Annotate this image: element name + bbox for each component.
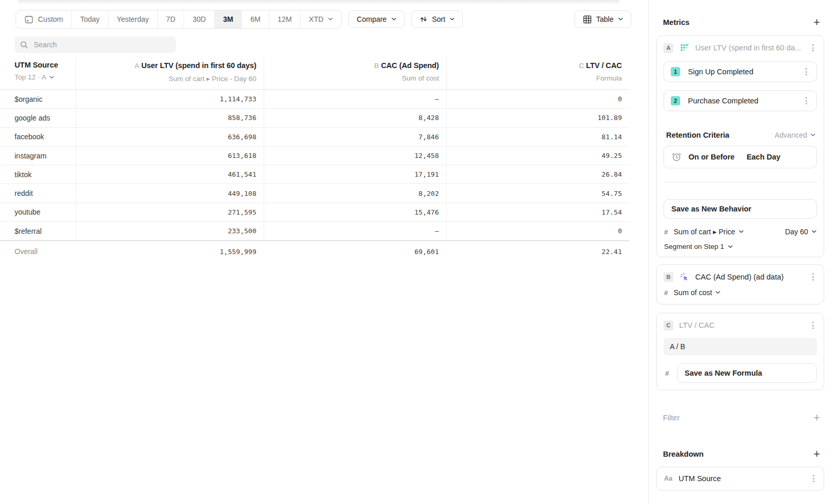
- alarm-clock-icon: [671, 152, 682, 162]
- analytics-app: Custom Today Yesterday 7D 30D 3M 6M 12M …: [0, 0, 832, 504]
- step-purchase-completed[interactable]: 2 Purchase Completed: [664, 90, 817, 111]
- compare-button[interactable]: Compare: [348, 10, 405, 28]
- aggregation-dropdown[interactable]: Sum of cart ▸ Price: [674, 228, 744, 236]
- table-row[interactable]: google ads 858,736 8,428 101.89: [0, 109, 629, 127]
- sort-button[interactable]: Sort: [411, 10, 463, 28]
- sum-of-cost-dropdown[interactable]: Sum of cost: [674, 288, 721, 297]
- number-type-icon: #: [665, 369, 669, 377]
- add-metric-button[interactable]: +: [813, 18, 820, 27]
- toolbar: Custom Today Yesterday 7D 30D 3M 6M 12M …: [16, 10, 631, 29]
- metric-card-a: A User LTV (spend in first 60 da... 1 Si…: [656, 35, 824, 257]
- column-header-user-ltv[interactable]: AUser LTV (spend in first 60 days) Sum o…: [75, 58, 264, 89]
- segment-on-step-dropdown[interactable]: Segment on Step 1: [664, 243, 816, 250]
- add-breakdown-button[interactable]: +: [813, 449, 820, 459]
- query-builder-sidebar: Metrics + A User LTV (spend in first 60 …: [649, 0, 832, 504]
- step-number-badge: 1: [671, 67, 680, 76]
- column-header-utm-source[interactable]: UTM Source Top 12 · A: [0, 58, 75, 89]
- day-window-dropdown[interactable]: Day 60: [785, 228, 816, 236]
- range-30d[interactable]: 30D: [184, 10, 214, 28]
- segment-row: Segment on Step 1: [664, 243, 817, 250]
- metric-a-header[interactable]: A User LTV (spend in first 60 da...: [664, 42, 817, 54]
- table-overall-row: Overall 1,559,999 69,601 22.41: [0, 241, 629, 262]
- metric-letter-badge: A: [664, 43, 673, 53]
- number-type-icon: #: [664, 289, 668, 297]
- chevron-down-icon: [618, 18, 623, 21]
- table-row[interactable]: instagram 613,618 12,458 49.25: [0, 147, 629, 165]
- step-sign-up-completed[interactable]: 1 Sign Up Completed: [664, 61, 817, 82]
- kebab-menu-icon[interactable]: [809, 320, 817, 331]
- retention-criteria-header: Retention Criteria Advanced: [664, 131, 817, 139]
- range-custom[interactable]: Custom: [16, 10, 71, 28]
- table-header-row: UTM Source Top 12 · A AUser LTV (spend i…: [0, 58, 629, 90]
- metric-letter-badge: B: [664, 272, 673, 282]
- range-6m[interactable]: 6M: [241, 10, 268, 28]
- utm-top12-dropdown[interactable]: Top 12 · A: [15, 73, 68, 81]
- range-label: Custom: [38, 15, 63, 23]
- ad-click-icon: [679, 272, 690, 282]
- kebab-menu-icon[interactable]: [809, 271, 817, 283]
- metric-b-header[interactable]: B CAC (Ad Spend) (ad data): [664, 271, 817, 283]
- metric-c-header[interactable]: C LTV / CAC: [664, 320, 817, 331]
- formula-save-row: # Save as New Formula: [664, 363, 817, 383]
- metric-card-b: B CAC (Ad Spend) (ad data) # Sum of cost: [656, 264, 824, 304]
- table-row[interactable]: tiktok 461,541 17,191 26.84: [0, 165, 629, 184]
- search-input[interactable]: [33, 40, 170, 49]
- results-table: UTM Source Top 12 · A AUser LTV (spend i…: [0, 58, 629, 262]
- range-7d[interactable]: 7D: [157, 10, 184, 28]
- number-type-icon: #: [664, 228, 668, 236]
- range-today[interactable]: Today: [71, 10, 108, 28]
- column-header-ltv-cac[interactable]: CLTV / CAC Formula: [446, 58, 629, 89]
- formula-input[interactable]: A / B: [664, 338, 817, 355]
- metric-c-title: LTV / CAC: [679, 321, 803, 329]
- kebab-menu-icon[interactable]: [809, 42, 817, 54]
- range-12m[interactable]: 12M: [269, 10, 300, 28]
- grid-table-icon: [583, 15, 592, 24]
- calendar-icon: [24, 15, 33, 24]
- kebab-menu-icon[interactable]: [809, 473, 817, 484]
- chevron-down-icon: [450, 18, 454, 21]
- retention-criteria-box[interactable]: On or Before Each Day: [664, 145, 817, 168]
- search-box: [15, 36, 176, 53]
- table-row[interactable]: youtube 271,595 15,476 17.54: [0, 203, 629, 222]
- string-property-icon: Aa: [664, 475, 672, 482]
- save-as-new-formula-button[interactable]: Save as New Formula: [677, 363, 817, 383]
- breakdown-item-utm-source[interactable]: Aa UTM Source: [656, 467, 824, 490]
- kebab-menu-icon[interactable]: [802, 95, 810, 107]
- metric-a-title: User LTV (spend in first 60 da...: [695, 44, 803, 52]
- advanced-dropdown[interactable]: Advanced: [775, 131, 815, 139]
- range-xtd[interactable]: XTD: [300, 10, 341, 28]
- metric-b-title: CAC (Ad Spend) (ad data): [695, 273, 803, 281]
- chevron-down-icon: [812, 230, 816, 233]
- aggregation-row: # Sum of cost: [664, 288, 817, 297]
- range-yesterday[interactable]: Yesterday: [108, 10, 158, 28]
- step-number-badge: 2: [671, 96, 680, 105]
- date-range-control: Custom Today Yesterday 7D 30D 3M 6M 12M …: [16, 10, 342, 29]
- panel-top-shadow: [18, 0, 620, 5]
- range-3m-selected[interactable]: 3M: [214, 10, 241, 28]
- view-type-button[interactable]: Table: [575, 10, 631, 28]
- table-row[interactable]: $referral 233,500 – 0: [0, 222, 629, 241]
- table-row[interactable]: reddit 449,108 8,202 54.75: [0, 184, 629, 203]
- chevron-down-icon: [716, 291, 720, 294]
- behavior-metric-icon: [679, 43, 690, 53]
- save-as-new-behavior-button[interactable]: Save as New Behavior: [664, 199, 817, 219]
- chevron-down-icon: [49, 76, 54, 79]
- card-divider: [664, 182, 817, 182]
- filter-section-header: Filter +: [656, 413, 824, 422]
- table-row[interactable]: $organic 1,114,733 – 0: [0, 90, 629, 109]
- column-header-cac[interactable]: BCAC (Ad Spend) Sum of cost: [264, 58, 446, 89]
- metric-letter-badge: C: [664, 321, 673, 330]
- table-row[interactable]: facebook 636,698 7,846 81.14: [0, 128, 629, 147]
- main-panel: Custom Today Yesterday 7D 30D 3M 6M 12M …: [0, 0, 648, 504]
- aggregation-row: # Sum of cart ▸ Price Day 60: [664, 228, 817, 236]
- kebab-menu-icon[interactable]: [802, 66, 810, 77]
- chevron-down-icon: [811, 134, 815, 137]
- chevron-down-icon: [392, 18, 396, 21]
- chevron-down-icon: [328, 18, 333, 21]
- sort-arrows-icon: [420, 16, 427, 23]
- add-filter-button[interactable]: +: [813, 413, 820, 422]
- search-icon: [20, 41, 28, 49]
- breakdown-section-header: Breakdown +: [656, 449, 824, 459]
- metrics-section-header: Metrics +: [656, 18, 824, 27]
- metric-card-c: C LTV / CAC A / B # Save as New Formula: [656, 313, 824, 390]
